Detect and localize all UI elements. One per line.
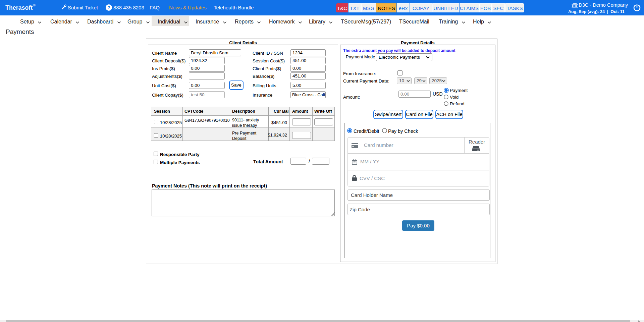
svg-text:?: ? bbox=[108, 5, 110, 10]
